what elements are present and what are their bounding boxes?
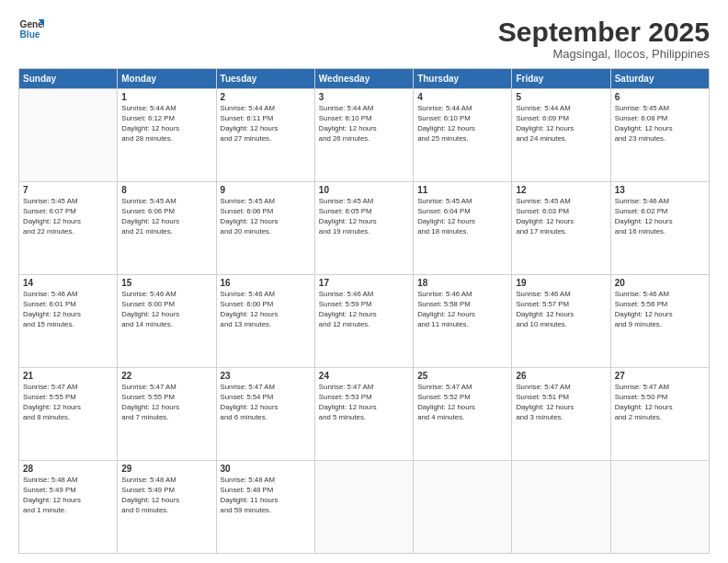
header: General Blue September 2025 Magsingal, I…: [18, 17, 710, 61]
calendar-cell: 9Sunrise: 5:45 AM Sunset: 6:06 PM Daylig…: [216, 182, 314, 275]
calendar-cell: 26Sunrise: 5:47 AM Sunset: 5:51 PM Dayli…: [512, 368, 610, 461]
calendar-cell: 3Sunrise: 5:44 AM Sunset: 6:10 PM Daylig…: [314, 89, 413, 182]
day-number: 18: [417, 278, 507, 288]
day-info: Sunrise: 5:47 AM Sunset: 5:51 PM Dayligh…: [516, 383, 606, 423]
calendar-cell: 14Sunrise: 5:46 AM Sunset: 6:01 PM Dayli…: [19, 275, 118, 368]
day-number: 4: [417, 92, 507, 102]
logo: General Blue: [18, 17, 44, 42]
day-number: 13: [615, 185, 705, 195]
day-info: Sunrise: 5:46 AM Sunset: 6:00 PM Dayligh…: [121, 290, 211, 330]
day-info: Sunrise: 5:47 AM Sunset: 5:52 PM Dayligh…: [417, 383, 507, 423]
calendar-cell: [314, 461, 413, 554]
day-number: 26: [516, 371, 606, 381]
day-number: 20: [615, 278, 705, 288]
day-info: Sunrise: 5:45 AM Sunset: 6:04 PM Dayligh…: [417, 197, 507, 237]
calendar-cell: 24Sunrise: 5:47 AM Sunset: 5:53 PM Dayli…: [314, 368, 413, 461]
calendar-table: Sunday Monday Tuesday Wednesday Thursday…: [18, 68, 710, 554]
col-saturday: Saturday: [610, 69, 709, 89]
calendar-week-3: 14Sunrise: 5:46 AM Sunset: 6:01 PM Dayli…: [19, 275, 710, 368]
calendar-cell: 20Sunrise: 5:46 AM Sunset: 5:56 PM Dayli…: [610, 275, 709, 368]
day-info: Sunrise: 5:45 AM Sunset: 6:06 PM Dayligh…: [221, 197, 311, 237]
calendar-cell: 8Sunrise: 5:45 AM Sunset: 6:06 PM Daylig…: [118, 182, 216, 275]
calendar-cell: [512, 461, 610, 554]
day-number: 11: [417, 185, 507, 195]
day-info: Sunrise: 5:45 AM Sunset: 6:07 PM Dayligh…: [23, 197, 113, 237]
day-info: Sunrise: 5:47 AM Sunset: 5:55 PM Dayligh…: [23, 383, 113, 423]
day-number: 19: [516, 278, 606, 288]
calendar-cell: [19, 89, 118, 182]
calendar-week-2: 7Sunrise: 5:45 AM Sunset: 6:07 PM Daylig…: [19, 182, 710, 275]
calendar-cell: 25Sunrise: 5:47 AM Sunset: 5:52 PM Dayli…: [414, 368, 512, 461]
day-number: 22: [121, 371, 211, 381]
day-number: 5: [516, 92, 606, 102]
calendar-cell: 23Sunrise: 5:47 AM Sunset: 5:54 PM Dayli…: [216, 368, 314, 461]
day-number: 28: [23, 464, 113, 474]
day-number: 10: [319, 185, 409, 195]
day-info: Sunrise: 5:46 AM Sunset: 5:59 PM Dayligh…: [319, 290, 409, 330]
calendar-cell: [610, 461, 709, 554]
day-number: 2: [221, 92, 311, 102]
day-number: 16: [221, 278, 311, 288]
calendar-week-1: 1Sunrise: 5:44 AM Sunset: 6:12 PM Daylig…: [19, 89, 710, 182]
day-info: Sunrise: 5:45 AM Sunset: 6:06 PM Dayligh…: [121, 197, 211, 237]
calendar-cell: 30Sunrise: 5:48 AM Sunset: 5:48 PM Dayli…: [216, 461, 314, 554]
calendar-cell: 2Sunrise: 5:44 AM Sunset: 6:11 PM Daylig…: [216, 89, 314, 182]
day-info: Sunrise: 5:47 AM Sunset: 5:55 PM Dayligh…: [121, 383, 211, 423]
calendar-cell: 12Sunrise: 5:45 AM Sunset: 6:03 PM Dayli…: [512, 182, 610, 275]
calendar-cell: 1Sunrise: 5:44 AM Sunset: 6:12 PM Daylig…: [118, 89, 216, 182]
day-number: 29: [121, 464, 211, 474]
calendar-cell: 15Sunrise: 5:46 AM Sunset: 6:00 PM Dayli…: [118, 275, 216, 368]
calendar-cell: 7Sunrise: 5:45 AM Sunset: 6:07 PM Daylig…: [19, 182, 118, 275]
day-info: Sunrise: 5:44 AM Sunset: 6:12 PM Dayligh…: [121, 104, 211, 144]
day-number: 1: [121, 92, 211, 102]
day-info: Sunrise: 5:48 AM Sunset: 5:48 PM Dayligh…: [221, 476, 311, 516]
calendar-cell: 22Sunrise: 5:47 AM Sunset: 5:55 PM Dayli…: [118, 368, 216, 461]
calendar-cell: 10Sunrise: 5:45 AM Sunset: 6:05 PM Dayli…: [314, 182, 413, 275]
calendar-cell: 16Sunrise: 5:46 AM Sunset: 6:00 PM Dayli…: [216, 275, 314, 368]
day-info: Sunrise: 5:46 AM Sunset: 5:58 PM Dayligh…: [417, 290, 507, 330]
calendar-cell: 4Sunrise: 5:44 AM Sunset: 6:10 PM Daylig…: [414, 89, 512, 182]
col-tuesday: Tuesday: [216, 69, 314, 89]
calendar-cell: 28Sunrise: 5:48 AM Sunset: 5:49 PM Dayli…: [19, 461, 118, 554]
day-number: 27: [615, 371, 705, 381]
calendar-cell: 17Sunrise: 5:46 AM Sunset: 5:59 PM Dayli…: [314, 275, 413, 368]
page: General Blue September 2025 Magsingal, I…: [0, 0, 728, 563]
calendar-cell: 21Sunrise: 5:47 AM Sunset: 5:55 PM Dayli…: [19, 368, 118, 461]
calendar-cell: 11Sunrise: 5:45 AM Sunset: 6:04 PM Dayli…: [414, 182, 512, 275]
calendar-cell: 13Sunrise: 5:46 AM Sunset: 6:02 PM Dayli…: [610, 182, 709, 275]
day-number: 9: [221, 185, 311, 195]
day-number: 24: [319, 371, 409, 381]
calendar-cell: 19Sunrise: 5:46 AM Sunset: 5:57 PM Dayli…: [512, 275, 610, 368]
day-info: Sunrise: 5:44 AM Sunset: 6:10 PM Dayligh…: [319, 104, 409, 144]
calendar-cell: 6Sunrise: 5:45 AM Sunset: 6:08 PM Daylig…: [610, 89, 709, 182]
day-number: 15: [121, 278, 211, 288]
day-number: 17: [319, 278, 409, 288]
calendar-cell: 27Sunrise: 5:47 AM Sunset: 5:50 PM Dayli…: [610, 368, 709, 461]
day-number: 21: [23, 371, 113, 381]
col-friday: Friday: [512, 69, 610, 89]
day-info: Sunrise: 5:47 AM Sunset: 5:54 PM Dayligh…: [221, 383, 311, 423]
svg-text:Blue: Blue: [20, 29, 40, 40]
day-number: 8: [121, 185, 211, 195]
day-info: Sunrise: 5:47 AM Sunset: 5:50 PM Dayligh…: [615, 383, 705, 423]
day-number: 14: [23, 278, 113, 288]
day-info: Sunrise: 5:46 AM Sunset: 5:57 PM Dayligh…: [516, 290, 606, 330]
day-info: Sunrise: 5:45 AM Sunset: 6:03 PM Dayligh…: [516, 197, 606, 237]
day-info: Sunrise: 5:48 AM Sunset: 5:49 PM Dayligh…: [23, 476, 113, 516]
col-monday: Monday: [118, 69, 216, 89]
calendar-week-5: 28Sunrise: 5:48 AM Sunset: 5:49 PM Dayli…: [19, 461, 710, 554]
day-number: 30: [221, 464, 311, 474]
col-thursday: Thursday: [414, 69, 512, 89]
day-info: Sunrise: 5:46 AM Sunset: 6:01 PM Dayligh…: [23, 290, 113, 330]
col-sunday: Sunday: [19, 69, 118, 89]
main-title: September 2025: [498, 17, 710, 47]
col-wednesday: Wednesday: [314, 69, 413, 89]
subtitle: Magsingal, Ilocos, Philippines: [498, 47, 710, 61]
day-info: Sunrise: 5:48 AM Sunset: 5:49 PM Dayligh…: [121, 476, 211, 516]
day-info: Sunrise: 5:45 AM Sunset: 6:08 PM Dayligh…: [615, 104, 705, 144]
day-info: Sunrise: 5:46 AM Sunset: 6:02 PM Dayligh…: [615, 197, 705, 237]
day-number: 3: [319, 92, 409, 102]
day-info: Sunrise: 5:47 AM Sunset: 5:53 PM Dayligh…: [319, 383, 409, 423]
calendar-cell: 5Sunrise: 5:44 AM Sunset: 6:09 PM Daylig…: [512, 89, 610, 182]
day-info: Sunrise: 5:44 AM Sunset: 6:10 PM Dayligh…: [417, 104, 507, 144]
